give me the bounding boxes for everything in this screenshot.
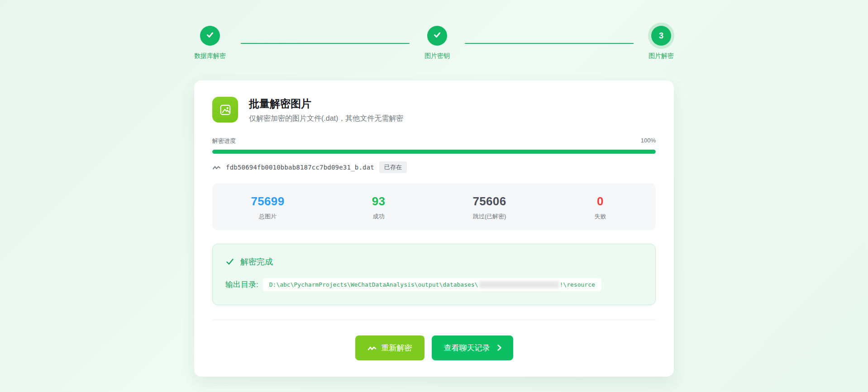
chevron-right-icon — [495, 344, 503, 352]
batch-decrypt-card: 批量解密图片 仅解密加密的图片文件(.dat)，其他文件无需解密 解密进度 10… — [194, 80, 674, 377]
step-3-label: 图片解密 — [649, 52, 674, 60]
view-chat-records-button[interactable]: 查看聊天记录 — [432, 335, 513, 360]
output-directory-row: 输出目录: D:\abc\PycharmProjects\WeChatDataA… — [225, 278, 643, 291]
progress-bar — [212, 150, 656, 154]
stepper-connector — [241, 43, 410, 44]
stepper-connector — [465, 43, 634, 44]
page-title: 批量解密图片 — [249, 98, 403, 110]
wizard-stepper: 数据库解密 图片密钥 3 图片解密 — [194, 0, 674, 60]
step-database-decrypt: 数据库解密 — [194, 26, 226, 60]
step-3-number: 3 — [659, 31, 663, 41]
current-file-name: fdb50694fb0010bbab8187cc7bd09e31_b.dat — [226, 164, 374, 171]
card-header: 批量解密图片 仅解密加密的图片文件(.dat)，其他文件无需解密 — [212, 97, 656, 123]
action-buttons: 重新解密 查看聊天记录 — [212, 335, 656, 360]
redacted-path-segment — [479, 281, 559, 288]
current-file-row: fdb50694fb0010bbab8187cc7bd09e31_b.dat 已… — [212, 161, 656, 173]
stat-skipped-value: 75606 — [473, 194, 506, 208]
progress-header: 解密进度 100% — [212, 137, 656, 145]
stat-success: 93 成功 — [323, 194, 434, 221]
output-directory-label: 输出目录: — [225, 279, 258, 290]
progress-label: 解密进度 — [212, 137, 236, 145]
wave-icon — [367, 344, 377, 352]
file-status-badge: 已存在 — [379, 161, 407, 173]
step-image-decrypt: 3 图片解密 — [649, 26, 674, 60]
step-1-circle — [200, 26, 220, 46]
redecrypt-button-label: 重新解密 — [382, 343, 412, 353]
success-title: 解密完成 — [240, 256, 273, 267]
wave-icon — [212, 164, 221, 171]
stat-total-value: 75699 — [251, 194, 285, 208]
output-directory-path: D:\abc\PycharmProjects\WeChatDataAnalysi… — [263, 278, 601, 291]
path-prefix: D:\abc\PycharmProjects\WeChatDataAnalysi… — [269, 281, 478, 288]
check-icon — [225, 257, 234, 266]
page-subtitle: 仅解密加密的图片文件(.dat)，其他文件无需解密 — [249, 114, 403, 123]
stat-failed-value: 0 — [597, 194, 604, 208]
success-header: 解密完成 — [225, 256, 643, 267]
check-icon — [205, 30, 215, 42]
image-icon — [212, 97, 238, 123]
divider — [212, 320, 656, 320]
stat-failed: 0 失败 — [545, 194, 656, 221]
success-panel: 解密完成 输出目录: D:\abc\PycharmProjects\WeChat… — [212, 244, 656, 305]
step-2-label: 图片密钥 — [424, 52, 450, 60]
stat-success-value: 93 — [372, 194, 386, 208]
step-2-circle — [427, 26, 447, 46]
step-3-circle: 3 — [651, 26, 671, 46]
progress-percent: 100% — [641, 137, 656, 145]
progress-bar-fill — [212, 150, 656, 154]
view-chat-records-label: 查看聊天记录 — [444, 343, 490, 353]
stat-success-label: 成功 — [373, 213, 385, 221]
stat-total-label: 总图片 — [259, 213, 277, 221]
path-suffix: !\resource — [560, 281, 595, 288]
stat-skipped-label: 跳过(已解密) — [473, 213, 506, 221]
step-image-key: 图片密钥 — [424, 26, 450, 60]
stats-panel: 75699 总图片 93 成功 75606 跳过(已解密) 0 失败 — [212, 183, 656, 230]
check-icon — [432, 30, 442, 42]
redecrypt-button[interactable]: 重新解密 — [355, 335, 424, 360]
stat-failed-label: 失败 — [595, 213, 606, 221]
stat-total: 75699 总图片 — [212, 194, 323, 221]
stat-skipped: 75606 跳过(已解密) — [434, 194, 545, 221]
step-1-label: 数据库解密 — [194, 52, 226, 60]
card-header-text: 批量解密图片 仅解密加密的图片文件(.dat)，其他文件无需解密 — [249, 97, 403, 123]
